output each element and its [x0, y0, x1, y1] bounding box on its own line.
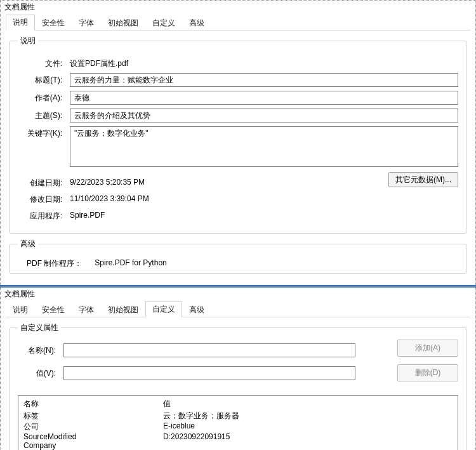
tab-fonts-2[interactable]: 字体	[72, 302, 101, 317]
custom-name-input[interactable]	[63, 343, 355, 357]
description-group-title: 说明	[18, 36, 38, 46]
tabs-top: 说明 安全性 字体 初始视图 自定义 高级	[6, 15, 470, 30]
tab-security[interactable]: 安全性	[35, 15, 72, 30]
doc-properties-panel-bottom: 文档属性 说明 安全性 字体 初始视图 自定义 高级 自定义属性 名称(N): …	[0, 288, 476, 450]
table-cell-value: 云；数字业务；服务器	[163, 411, 453, 421]
description-group: 说明 文件: 设置PDF属性.pdf 标题(T): 作者(A): 主题(S): …	[10, 36, 466, 234]
add-button[interactable]: 添加(A)	[397, 340, 458, 357]
producer-value: Spire.PDF for Python	[95, 258, 166, 269]
table-cell-name: SourceModified	[23, 432, 163, 441]
window-title: 文档属性	[1, 1, 475, 15]
title-input[interactable]	[70, 73, 458, 87]
custom-props-group: 自定义属性 名称(N): 值(V): 添加(A) 删除(D)	[10, 322, 466, 450]
author-label: 作者(A):	[18, 91, 62, 103]
table-row[interactable]: Company	[23, 441, 453, 450]
title-label: 标题(T):	[18, 73, 62, 86]
producer-label: PDF 制作程序：	[27, 258, 82, 269]
table-header-value: 值	[163, 399, 453, 409]
custom-name-label: 名称(N):	[18, 343, 56, 356]
table-cell-name: Company	[23, 441, 163, 450]
table-cell-value	[163, 441, 453, 450]
custom-props-group-title: 自定义属性	[18, 322, 61, 333]
tab-fonts[interactable]: 字体	[72, 15, 101, 30]
tab-security-2[interactable]: 安全性	[35, 302, 72, 317]
app-label: 应用程序:	[18, 209, 62, 222]
table-header-name: 名称	[23, 399, 163, 409]
author-input[interactable]	[70, 91, 458, 105]
table-cell-name: 标签	[23, 411, 163, 421]
custom-tab-body: 自定义属性 名称(N): 值(V): 添加(A) 删除(D)	[1, 317, 475, 450]
window-title-2: 文档属性	[1, 288, 475, 302]
custom-value-label: 值(V):	[18, 366, 56, 379]
keywords-label: 关键字(K):	[18, 126, 62, 139]
table-cell-value: E-iceblue	[163, 421, 453, 432]
app-value: Spire.PDF	[70, 209, 381, 220]
tab-custom-2[interactable]: 自定义	[145, 301, 182, 317]
subject-input[interactable]	[70, 109, 458, 122]
created-label: 创建日期:	[18, 176, 62, 189]
doc-properties-panel-top: 文档属性 说明 安全性 字体 初始视图 自定义 高级 说明 文件: 设置PDF属…	[0, 0, 476, 285]
tab-description-2[interactable]: 说明	[6, 302, 35, 317]
table-row[interactable]: SourceModified D:20230922091915	[23, 432, 453, 441]
tab-description[interactable]: 说明	[6, 15, 35, 30]
tab-initialview-2[interactable]: 初始视图	[101, 302, 145, 317]
tabs-bottom: 说明 安全性 字体 初始视图 自定义 高级	[6, 302, 470, 317]
custom-value-input[interactable]	[63, 366, 355, 380]
table-cell-value: D:20230922091915	[163, 432, 453, 441]
table-row[interactable]: 公司 E-iceblue	[23, 421, 453, 432]
tab-custom[interactable]: 自定义	[145, 15, 182, 30]
tab-initialview[interactable]: 初始视图	[101, 15, 145, 30]
file-value: 设置PDF属性.pdf	[70, 56, 458, 69]
keywords-input[interactable]: "云服务；数字化业务"	[70, 126, 458, 167]
table-row[interactable]: 标签 云；数字业务；服务器	[23, 411, 453, 421]
modified-value: 11/10/2023 3:39:04 PM	[70, 192, 381, 203]
tab-advanced-2[interactable]: 高级	[182, 302, 211, 317]
custom-props-table[interactable]: 名称 值 标签 云；数字业务；服务器 公司 E-iceblue SourceMo…	[18, 395, 458, 450]
file-label: 文件:	[18, 56, 62, 69]
delete-button[interactable]: 删除(D)	[397, 364, 458, 381]
advanced-group: 高级 PDF 制作程序： Spire.PDF for Python	[10, 239, 466, 274]
modified-label: 修改日期:	[18, 192, 62, 205]
advanced-group-title: 高级	[18, 239, 38, 249]
description-tab-body: 说明 文件: 设置PDF属性.pdf 标题(T): 作者(A): 主题(S): …	[1, 30, 475, 285]
created-value: 9/22/2023 5:20:35 PM	[70, 176, 381, 187]
table-cell-name: 公司	[23, 421, 163, 432]
subject-label: 主题(S):	[18, 109, 62, 121]
more-metadata-button[interactable]: 其它元数据(M)...	[388, 172, 458, 187]
tab-advanced[interactable]: 高级	[182, 15, 211, 30]
